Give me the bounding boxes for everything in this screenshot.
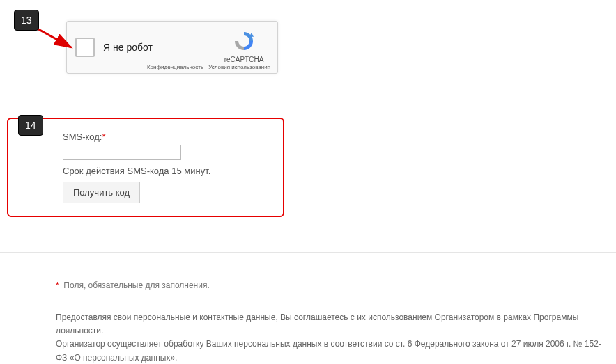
recaptcha-label: Я не робот (103, 42, 219, 53)
legal-paragraph-1: Предоставляя свои персональные и контакт… (56, 311, 602, 338)
sms-code-input[interactable] (63, 145, 181, 160)
annotation-badge-13: 13 (14, 10, 39, 31)
footer-section: * Поля, обязательные для заполнения. Пре… (0, 253, 616, 364)
recaptcha-branding: reCAPTCHA (219, 30, 269, 65)
recaptcha-section: Я не робот reCAPTCHA Конфиденциальность … (0, 0, 616, 109)
recaptcha-links: Конфиденциальность - Условия использован… (147, 64, 270, 70)
legal-text: Предоставляя свои персональные и контакт… (56, 311, 602, 364)
annotation-badge-14: 14 (18, 115, 43, 136)
legal-paragraph-2: Организатор осуществляет обработку Ваших… (56, 338, 602, 364)
recaptcha-widget: Я не робот reCAPTCHA Конфиденциальность … (66, 21, 278, 74)
recaptcha-privacy-link[interactable]: Конфиденциальность (147, 64, 203, 70)
sms-code-label: SMS-код:* (63, 132, 270, 142)
sms-section: SMS-код:* Срок действия SMS-кода 15 мину… (0, 109, 616, 253)
required-asterisk: * (102, 132, 105, 142)
sms-highlight-frame: SMS-код:* Срок действия SMS-кода 15 мину… (7, 118, 284, 217)
get-code-button[interactable]: Получить код (63, 182, 140, 203)
recaptcha-brand-text: reCAPTCHA (219, 56, 269, 64)
sms-hint: Срок действия SMS-кода 15 минут. (63, 166, 270, 176)
svg-line-0 (33, 26, 71, 47)
recaptcha-terms-link[interactable]: Условия использования (208, 64, 270, 70)
required-fields-note: * Поля, обязательные для заполнения. (56, 280, 602, 290)
recaptcha-icon (233, 30, 255, 52)
